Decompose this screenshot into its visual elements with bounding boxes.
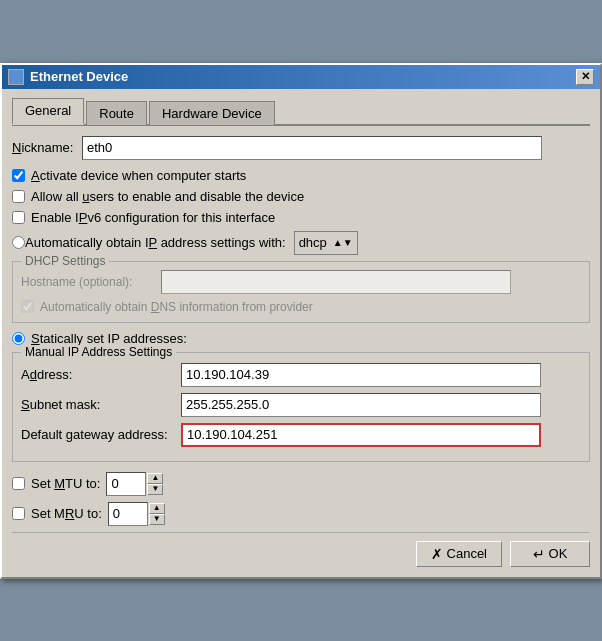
ethernet-device-dialog: Ethernet Device ✕ General Route Hardware… — [0, 63, 602, 579]
address-row: Address: — [21, 363, 581, 387]
tab-general[interactable]: General — [12, 98, 84, 125]
subnet-input[interactable] — [181, 393, 541, 417]
ipv6-label: Enable IPv6 configuration for this inter… — [31, 210, 275, 225]
nickname-label: Nickname: — [12, 140, 82, 155]
nickname-input[interactable] — [82, 136, 542, 160]
mtu-spinner: ▲ ▼ — [147, 473, 163, 495]
cancel-icon: ✗ — [431, 546, 443, 562]
mru-down-button[interactable]: ▼ — [149, 514, 165, 525]
activate-device-label: Activate device when computer starts — [31, 168, 246, 183]
auto-ip-row: Automatically obtain IP address settings… — [12, 231, 590, 255]
address-label: Address: — [21, 367, 181, 382]
gateway-label: Default gateway address: — [21, 427, 181, 442]
dhcp-select[interactable]: dhcp ▲▼ — [294, 231, 358, 255]
cancel-button[interactable]: ✗ Cancel — [416, 541, 502, 567]
gateway-row: Default gateway address: — [21, 423, 581, 447]
subnet-row: Subnet mask: — [21, 393, 581, 417]
allow-users-row: Allow all users to enable and disable th… — [12, 189, 590, 204]
allow-users-checkbox[interactable] — [12, 190, 25, 203]
auto-ip-radio[interactable] — [12, 236, 25, 249]
close-button[interactable]: ✕ — [576, 69, 594, 85]
mru-label: Set MRU to: — [31, 506, 102, 521]
ipv6-row: Enable IPv6 configuration for this inter… — [12, 210, 590, 225]
titlebar: Ethernet Device ✕ — [2, 65, 600, 89]
button-row: ✗ Cancel ↵ OK — [12, 541, 590, 567]
mtu-row: Set MTU to: ▲ ▼ — [12, 472, 590, 496]
hostname-input — [161, 270, 511, 294]
ok-button[interactable]: ↵ OK — [510, 541, 590, 567]
activate-device-checkbox[interactable] — [12, 169, 25, 182]
manual-group-label: Manual IP Address Settings — [21, 345, 176, 359]
mtu-down-button[interactable]: ▼ — [147, 484, 163, 495]
network-icon — [8, 69, 24, 85]
divider — [12, 532, 590, 533]
dhcp-settings-content: Hostname (optional): Automatically obtai… — [21, 270, 581, 314]
subnet-label: Subnet mask: — [21, 397, 181, 412]
dns-auto-row: Automatically obtain DNS information fro… — [21, 300, 581, 314]
tab-route[interactable]: Route — [86, 101, 147, 125]
ok-icon: ↵ — [533, 546, 545, 562]
mtu-checkbox[interactable] — [12, 477, 25, 490]
mru-spinner: ▲ ▼ — [149, 503, 165, 525]
static-ip-row: Statically set IP addresses: — [12, 331, 590, 346]
dhcp-group-label: DHCP Settings — [21, 254, 109, 268]
mru-up-button[interactable]: ▲ — [149, 503, 165, 514]
mru-checkbox[interactable] — [12, 507, 25, 520]
dhcp-select-arrow: ▲▼ — [333, 237, 353, 248]
allow-users-label: Allow all users to enable and disable th… — [31, 189, 304, 204]
mtu-input[interactable] — [106, 472, 146, 496]
activate-device-row: Activate device when computer starts — [12, 168, 590, 183]
mru-row: Set MRU to: ▲ ▼ — [12, 502, 590, 526]
mtu-label: Set MTU to: — [31, 476, 100, 491]
mtu-up-button[interactable]: ▲ — [147, 473, 163, 484]
dialog-content: General Route Hardware Device Nickname: … — [2, 89, 600, 577]
nickname-row: Nickname: — [12, 136, 590, 160]
ok-label: OK — [549, 546, 568, 561]
hostname-row: Hostname (optional): — [21, 270, 581, 294]
ipv6-checkbox[interactable] — [12, 211, 25, 224]
auto-ip-label: Automatically obtain IP address settings… — [25, 235, 286, 250]
dns-auto-label: Automatically obtain DNS information fro… — [40, 300, 313, 314]
hostname-label: Hostname (optional): — [21, 275, 161, 289]
manual-ip-group: Manual IP Address Settings Address: Subn… — [12, 352, 590, 462]
dhcp-settings-group: DHCP Settings Hostname (optional): Autom… — [12, 261, 590, 323]
static-ip-label: Statically set IP addresses: — [31, 331, 187, 346]
static-ip-radio[interactable] — [12, 332, 25, 345]
dns-auto-checkbox — [21, 300, 34, 313]
tab-hardware-device[interactable]: Hardware Device — [149, 101, 275, 125]
window-title: Ethernet Device — [30, 69, 128, 84]
gateway-input[interactable] — [181, 423, 541, 447]
mru-input[interactable] — [108, 502, 148, 526]
tab-bar: General Route Hardware Device — [12, 97, 590, 126]
address-input[interactable] — [181, 363, 541, 387]
cancel-label: Cancel — [447, 546, 487, 561]
